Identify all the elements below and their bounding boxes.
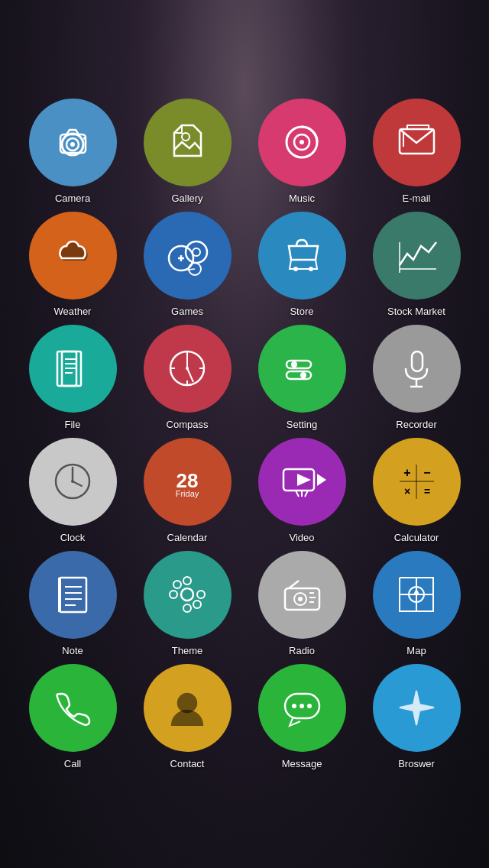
app-label-radio: Radio — [289, 645, 315, 656]
svg-rect-26 — [287, 361, 311, 368]
app-icon-recorder — [373, 325, 461, 413]
app-icon-calculator: + − × = — [373, 438, 461, 526]
app-label-video: Video — [289, 532, 314, 543]
svg-point-15 — [309, 267, 313, 271]
app-label-message: Message — [282, 758, 322, 769]
app-icon-radio — [258, 551, 346, 639]
app-item-calendar[interactable]: 28 Friday Calendar — [134, 438, 241, 543]
app-icon-stockmarket — [373, 212, 461, 300]
app-label-call: Call — [64, 758, 81, 769]
svg-marker-40 — [317, 474, 326, 486]
app-item-store[interactable]: Store — [248, 212, 355, 317]
svg-point-60 — [193, 601, 201, 608]
app-item-note[interactable]: Note — [19, 551, 126, 656]
svg-point-76 — [178, 694, 196, 712]
app-label-music: Music — [289, 193, 315, 204]
svg-point-80 — [307, 704, 312, 708]
app-item-compass[interactable]: Compass — [134, 325, 241, 430]
svg-point-2 — [70, 142, 75, 147]
app-item-message[interactable]: Message — [248, 664, 355, 769]
svg-point-56 — [183, 604, 191, 612]
app-label-browser: Broswer — [398, 758, 435, 769]
app-item-gallery[interactable]: Gallery — [134, 99, 241, 204]
app-icon-contact — [144, 664, 232, 752]
svg-point-11 — [186, 241, 207, 263]
svg-text:−: − — [423, 466, 430, 479]
svg-marker-41 — [297, 474, 311, 486]
app-icon-note — [29, 551, 117, 639]
svg-rect-48 — [60, 578, 86, 612]
app-item-contact[interactable]: Contact — [134, 664, 241, 769]
app-icon-store — [258, 212, 346, 300]
app-label-file: File — [65, 419, 81, 430]
svg-point-59 — [173, 581, 181, 588]
app-icon-games — [144, 212, 232, 300]
app-icon-calendar: 28 Friday — [144, 438, 232, 526]
app-label-clock: Clock — [60, 532, 86, 543]
app-icon-message — [258, 664, 346, 752]
app-label-map: Map — [406, 645, 426, 656]
app-item-calculator[interactable]: + − × = Calculator — [363, 438, 470, 543]
svg-line-67 — [289, 581, 299, 588]
svg-text:×: × — [403, 485, 410, 497]
svg-point-8 — [300, 140, 304, 144]
app-item-browser[interactable]: Broswer — [363, 664, 470, 769]
app-item-recorder[interactable]: Recorder — [363, 325, 470, 430]
app-item-call[interactable]: Call — [19, 664, 126, 769]
app-label-setting: Setting — [287, 419, 317, 430]
app-label-compass: Compass — [167, 419, 209, 430]
svg-point-57 — [170, 591, 177, 598]
svg-point-79 — [300, 704, 304, 708]
app-item-weather[interactable]: Weather — [19, 212, 126, 317]
app-icon-video — [258, 438, 346, 526]
app-item-file[interactable]: File — [19, 325, 126, 430]
app-item-clock[interactable]: Clock — [19, 438, 126, 543]
app-item-games[interactable]: Games — [134, 212, 241, 317]
app-item-camera[interactable]: Camera — [19, 99, 126, 204]
app-label-stockmarket: Stock Market — [387, 306, 445, 317]
app-item-map[interactable]: Map — [363, 551, 470, 656]
app-grid: Camera Gallery Music E-mail Weather Game — [4, 83, 485, 785]
svg-text:+: + — [403, 466, 410, 479]
app-icon-music — [258, 99, 346, 186]
svg-point-78 — [292, 704, 296, 708]
app-label-email: E-mail — [403, 193, 431, 204]
app-label-recorder: Recorder — [396, 419, 436, 430]
app-label-theme: Theme — [172, 645, 202, 656]
svg-point-5 — [182, 133, 189, 141]
app-label-store: Store — [290, 306, 313, 317]
app-item-email[interactable]: E-mail — [363, 99, 470, 204]
app-icon-browser — [373, 664, 461, 752]
svg-rect-27 — [287, 371, 311, 379]
app-item-theme[interactable]: Theme — [134, 551, 241, 656]
app-icon-camera — [29, 99, 117, 186]
app-icon-weather — [29, 212, 117, 300]
svg-point-55 — [183, 577, 191, 585]
app-icon-setting — [258, 325, 346, 413]
app-item-radio[interactable]: Radio — [248, 551, 355, 656]
app-icon-gallery — [144, 99, 232, 186]
app-icon-theme — [144, 551, 232, 639]
svg-point-54 — [181, 588, 193, 601]
app-item-video[interactable]: Video — [248, 438, 355, 543]
svg-line-36 — [73, 481, 82, 486]
app-label-calendar: Calendar — [167, 532, 208, 543]
app-item-setting[interactable]: Setting — [248, 325, 355, 430]
svg-point-4 — [83, 137, 86, 140]
app-label-contact: Contact — [170, 758, 205, 769]
app-item-stockmarket[interactable]: Stock Market — [363, 212, 470, 317]
svg-rect-30 — [412, 351, 423, 371]
app-icon-email — [373, 99, 461, 186]
app-icon-map — [373, 551, 461, 639]
app-label-note: Note — [62, 645, 83, 656]
app-item-music[interactable]: Music — [248, 99, 355, 204]
svg-text:=: = — [423, 485, 429, 497]
svg-point-28 — [291, 361, 297, 368]
app-label-camera: Camera — [55, 193, 90, 204]
svg-line-25 — [187, 368, 193, 382]
svg-text:Friday: Friday — [175, 489, 199, 498]
svg-point-58 — [197, 591, 205, 598]
app-icon-clock — [29, 438, 117, 526]
svg-point-12 — [193, 248, 200, 256]
app-icon-call — [29, 664, 117, 752]
